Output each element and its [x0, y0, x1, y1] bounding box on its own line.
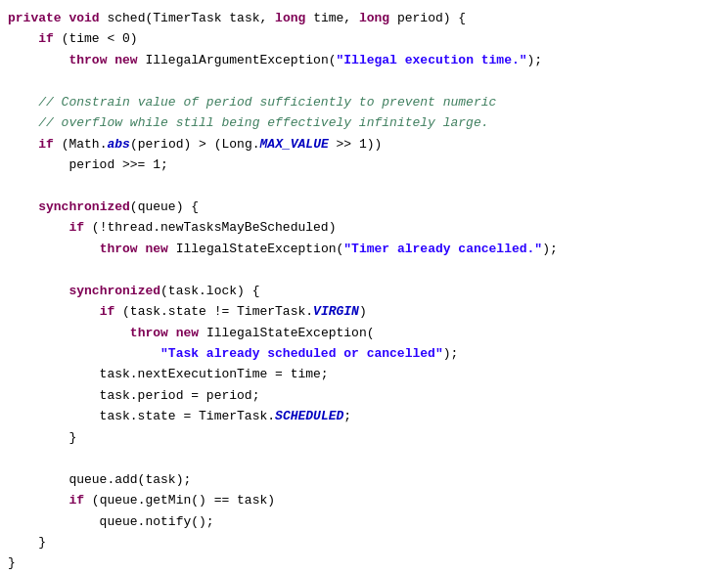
- code-line: throw new IllegalArgumentException("Ille…: [0, 50, 728, 70]
- code-line: }: [0, 427, 728, 448]
- code-line: task.nextExecutionTime = time;: [0, 364, 728, 384]
- code-line: task.period = period;: [0, 385, 728, 406]
- code-line: queue.notify();: [0, 511, 728, 532]
- code-line: }: [0, 532, 728, 553]
- code-line: synchronized(task.lock) {: [0, 281, 728, 301]
- code-line: period >>= 1;: [0, 155, 728, 175]
- code-line: queue.add(task);: [0, 469, 728, 490]
- code-line: if (task.state != TimerTask.VIRGIN): [0, 301, 728, 322]
- code-line: if (queue.getMin() == task): [0, 490, 728, 510]
- code-line: // overflow while still being effectivel…: [0, 112, 728, 133]
- code-container: private void sched(TimerTask task, long …: [0, 0, 728, 575]
- code-line: }: [0, 553, 728, 573]
- code-line: // Constrain value of period sufficientl…: [0, 92, 728, 112]
- code-line: throw new IllegalStateException(: [0, 323, 728, 343]
- code-line: [0, 176, 728, 197]
- code-line: "Task already scheduled or cancelled");: [0, 343, 728, 364]
- code-line: throw new IllegalStateException("Timer a…: [0, 239, 728, 259]
- code-line: if (Math.abs(period) > (Long.MAX_VALUE >…: [0, 134, 728, 155]
- code-line: if (!thread.newTasksMayBeScheduled): [0, 217, 728, 238]
- code-line: private void sched(TimerTask task, long …: [0, 8, 728, 28]
- code-line: if (time < 0): [0, 28, 728, 49]
- code-line: task.state = TimerTask.SCHEDULED;: [0, 406, 728, 426]
- code-line: [0, 70, 728, 91]
- code-line: [0, 259, 728, 280]
- code-line: synchronized(queue) {: [0, 197, 728, 217]
- code-line: [0, 448, 728, 468]
